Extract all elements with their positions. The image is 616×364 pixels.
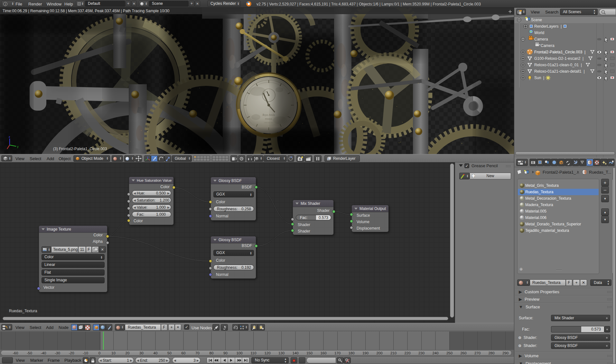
svg-text:30: 30: [139, 351, 144, 355]
svg-text:230: 230: [418, 351, 425, 355]
svg-text:-60: -60: [13, 351, 18, 355]
svg-text:200: 200: [376, 351, 382, 355]
svg-text:260: 260: [460, 351, 466, 355]
svg-text:120: 120: [264, 351, 270, 355]
svg-text:270: 270: [474, 351, 481, 355]
svg-text:290: 290: [502, 351, 509, 355]
svg-text:220: 220: [404, 351, 410, 355]
svg-text:150: 150: [306, 351, 313, 355]
svg-text:170: 170: [334, 351, 341, 355]
svg-text:10: 10: [111, 351, 116, 355]
svg-text:160: 160: [320, 351, 326, 355]
svg-text:-30: -30: [55, 351, 60, 355]
svg-text:250: 250: [446, 351, 453, 355]
svg-text:190: 190: [362, 351, 369, 355]
svg-text:140: 140: [292, 351, 298, 355]
svg-text:210: 210: [390, 351, 397, 355]
svg-text:70: 70: [195, 351, 200, 355]
svg-text:-10: -10: [83, 351, 88, 355]
svg-text:100: 100: [236, 351, 242, 355]
svg-text:0: 0: [98, 351, 100, 355]
svg-text:60: 60: [182, 351, 186, 355]
svg-text:240: 240: [432, 351, 438, 355]
svg-text:z: z: [9, 135, 10, 139]
svg-text:50: 50: [167, 351, 172, 355]
svg-text:130: 130: [278, 351, 285, 355]
svg-text:110: 110: [250, 351, 256, 355]
svg-text:-50: -50: [27, 351, 32, 355]
svg-text:20: 20: [126, 351, 130, 355]
svg-text:-40: -40: [41, 351, 46, 355]
svg-text:40: 40: [154, 351, 158, 355]
svg-text:80: 80: [210, 351, 214, 355]
svg-text:90: 90: [223, 351, 228, 355]
svg-text:y: y: [17, 145, 19, 148]
svg-text:280: 280: [488, 351, 494, 355]
svg-text:-20: -20: [69, 351, 74, 355]
svg-text:180: 180: [348, 351, 354, 355]
